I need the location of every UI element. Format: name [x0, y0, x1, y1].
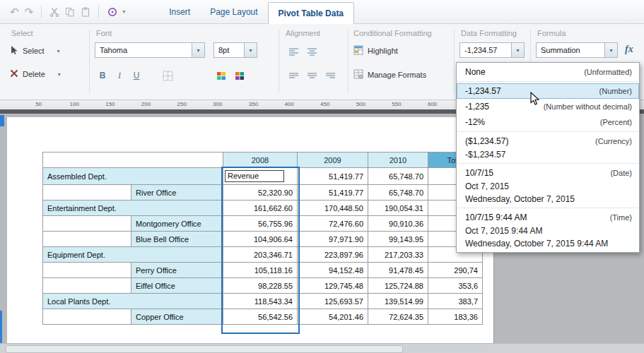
data-cell[interactable]: 353,6 — [428, 278, 483, 294]
office-label-cell[interactable]: Eiffel Office — [131, 278, 223, 294]
office-label-cell[interactable]: Blue Bell Office — [131, 232, 223, 247]
font-color-button[interactable] — [232, 68, 247, 83]
menu-item-line[interactable]: -$1,234.57 — [457, 149, 639, 162]
align-left-button[interactable] — [286, 44, 301, 59]
data-cell[interactable]: 98,228.55 — [223, 278, 298, 294]
data-cell[interactable]: 65,748.70 — [368, 185, 428, 201]
menu-item[interactable]: 10/7/15 9:44 AM(Time) — [457, 210, 639, 225]
year-column-header[interactable]: 2008 — [223, 152, 298, 168]
data-cell[interactable]: 129,745.48 — [298, 278, 368, 294]
data-cell[interactable]: 51,419.77 — [298, 185, 368, 201]
redo-icon[interactable]: ↷ — [25, 6, 34, 17]
data-cell[interactable]: 72,624.35 — [368, 309, 428, 325]
fx-icon[interactable]: fx — [625, 44, 633, 55]
chevron-down-icon[interactable]: ▾ — [244, 43, 257, 57]
data-cell[interactable]: 217,203.33 — [368, 247, 428, 263]
data-cell[interactable]: 290,74 — [428, 263, 483, 278]
scrollbar-thumb[interactable] — [6, 345, 403, 353]
cell-edit-box[interactable]: Revenue — [225, 170, 284, 182]
dept-label-cell[interactable]: Entertainment Dept. — [43, 201, 223, 216]
office-label-cell[interactable]: Perry Office — [131, 263, 223, 278]
undo-icon[interactable]: ↶ — [10, 6, 19, 17]
chevron-down-icon[interactable]: ▾ — [604, 43, 617, 57]
data-cell[interactable]: 139,514.99 — [368, 294, 428, 309]
align-bottom-right-button[interactable] — [322, 68, 338, 83]
chevron-down-icon[interactable]: ▾ — [122, 8, 125, 15]
data-cell[interactable]: 223,897.96 — [298, 247, 368, 263]
menu-item[interactable]: -1,234.57(Number) — [457, 83, 639, 99]
data-cell[interactable]: 105,118.16 — [223, 263, 298, 278]
data-cell[interactable]: 56,755.96 — [223, 216, 298, 232]
tab-pivot-table-data[interactable]: Pivot Table Data — [268, 2, 354, 24]
menu-item[interactable]: None(Unformatted) — [457, 64, 639, 80]
empty-label-cell[interactable] — [43, 278, 131, 294]
cut-icon[interactable] — [49, 7, 59, 17]
data-cell[interactable]: 104,906.64 — [223, 232, 298, 247]
font-family-select[interactable]: Tahoma ▾ — [95, 42, 205, 58]
manage-formats-button[interactable]: Manage Formats — [353, 69, 426, 80]
data-cell[interactable]: 90,910.36 — [368, 216, 428, 232]
menu-item[interactable]: -1,235(Number without decimal) — [457, 99, 639, 114]
data-cell[interactable]: 118,543.34 — [223, 294, 298, 309]
data-cell[interactable]: 52,320.90 — [223, 185, 298, 201]
data-cell[interactable]: 56,542.56 — [223, 309, 298, 325]
chevron-down-icon[interactable]: ▾ — [57, 48, 60, 54]
data-cell[interactable]: 125,724.88 — [368, 278, 428, 294]
menu-item[interactable]: -12%(Percent) — [457, 114, 639, 130]
office-label-cell[interactable]: Montgomery Office — [131, 216, 223, 232]
align-bottom-left-button[interactable] — [286, 68, 301, 83]
formula-select[interactable]: Summation ▾ — [536, 42, 618, 58]
italic-button[interactable]: I — [112, 68, 127, 83]
data-cell[interactable]: 91,478.45 — [368, 263, 428, 278]
data-cell[interactable]: 97,971.90 — [298, 232, 368, 247]
data-cell[interactable]: 65,748.70 — [368, 168, 428, 185]
horizontal-scrollbar[interactable] — [0, 343, 644, 353]
empty-label-cell[interactable] — [43, 216, 131, 232]
data-format-select[interactable]: -1,234.57 ▾ — [459, 42, 525, 58]
office-label-cell[interactable]: River Office — [131, 185, 223, 201]
select-button[interactable]: Select ▾ — [10, 45, 60, 56]
menu-item-line[interactable]: Oct 7, 2015 9:44 AM — [457, 225, 639, 238]
data-cell[interactable]: Revenue — [223, 168, 298, 185]
empty-label-cell[interactable] — [43, 309, 131, 325]
font-size-select[interactable]: 8pt ▾ — [213, 42, 257, 58]
bold-button[interactable]: B — [95, 68, 110, 83]
align-center-button[interactable] — [304, 44, 320, 59]
dept-label-cell[interactable]: Equipment Dept. — [43, 247, 223, 263]
data-cell[interactable]: 183,36 — [428, 309, 483, 325]
tab-page-layout[interactable]: Page Layout — [200, 0, 267, 24]
copy-icon[interactable] — [65, 7, 75, 17]
menu-item-line[interactable]: Wednesday, October 7, 2015 9:44 AM — [457, 238, 639, 251]
year-column-header[interactable]: 2009 — [298, 152, 368, 168]
data-cell[interactable]: 99,143.95 — [368, 232, 428, 247]
borders-button[interactable] — [160, 68, 175, 83]
tab-insert[interactable]: Insert — [159, 0, 200, 24]
underline-button[interactable]: U — [129, 68, 144, 83]
data-cell[interactable]: 383,7 — [428, 294, 483, 309]
menu-item-line[interactable]: Oct 7, 2015 — [457, 181, 639, 193]
data-cell[interactable]: 72,476.60 — [298, 216, 368, 232]
link-circle-icon[interactable] — [107, 6, 118, 18]
empty-label-cell[interactable] — [43, 263, 131, 278]
menu-item[interactable]: 10/7/15(Date) — [457, 165, 639, 181]
dept-label-cell[interactable]: Assembled Dept. — [43, 168, 223, 185]
dept-label-cell[interactable]: Local Plants Dept. — [43, 294, 223, 309]
align-bottom-center-button[interactable] — [304, 68, 320, 83]
data-cell[interactable]: 203,346.71 — [223, 247, 298, 263]
empty-label-cell[interactable] — [43, 185, 131, 201]
chevron-down-icon[interactable]: ▾ — [192, 43, 204, 57]
highlight-button[interactable]: Highlight — [353, 45, 398, 56]
data-cell[interactable]: 125,693.57 — [298, 294, 368, 309]
year-column-header[interactable]: 2010 — [368, 152, 428, 168]
data-cell[interactable]: 190,054.31 — [368, 201, 428, 216]
paste-icon[interactable] — [81, 7, 90, 17]
office-label-cell[interactable]: Copper Office — [131, 309, 223, 325]
empty-label-cell[interactable] — [43, 232, 131, 247]
data-cell[interactable]: 94,152.48 — [298, 263, 368, 278]
data-cell[interactable]: 54,201.46 — [298, 309, 368, 325]
data-cell[interactable]: 161,662.60 — [223, 201, 298, 216]
delete-button[interactable]: Delete ▾ — [10, 69, 61, 79]
data-cell[interactable]: 170,448.50 — [298, 201, 368, 216]
chevron-down-icon[interactable]: ▾ — [58, 71, 61, 78]
data-cell[interactable]: 51,419.77 — [298, 168, 368, 185]
